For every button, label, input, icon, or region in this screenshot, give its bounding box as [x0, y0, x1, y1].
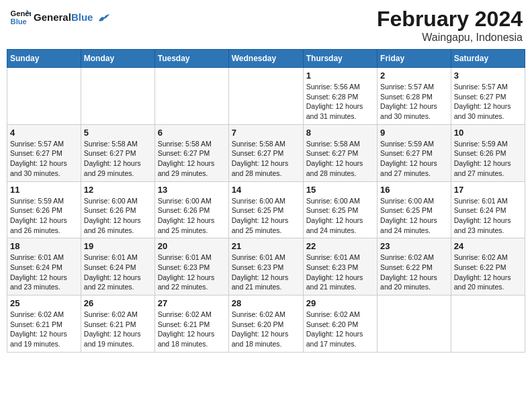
day-info: Sunrise: 6:00 AM Sunset: 6:26 PM Dayligh…: [158, 196, 226, 236]
calendar-cell: 16Sunrise: 6:00 AM Sunset: 6:25 PM Dayli…: [378, 181, 451, 238]
calendar-cell: 29Sunrise: 6:02 AM Sunset: 6:20 PM Dayli…: [303, 295, 377, 353]
day-info: Sunrise: 5:57 AM Sunset: 6:27 PM Dayligh…: [10, 139, 78, 179]
day-info: Sunrise: 6:00 AM Sunset: 6:26 PM Dayligh…: [84, 196, 152, 236]
day-number: 11: [10, 185, 78, 195]
day-info: Sunrise: 5:57 AM Sunset: 6:27 PM Dayligh…: [454, 82, 522, 122]
day-number: 28: [232, 298, 300, 308]
calendar-cell: [154, 68, 228, 125]
calendar-cell: 15Sunrise: 6:00 AM Sunset: 6:25 PM Dayli…: [303, 181, 377, 238]
day-info: Sunrise: 6:01 AM Sunset: 6:24 PM Dayligh…: [84, 253, 152, 292]
calendar-day-header: Monday: [81, 50, 154, 68]
day-number: 12: [84, 185, 152, 195]
day-info: Sunrise: 5:59 AM Sunset: 6:26 PM Dayligh…: [454, 139, 522, 179]
calendar-cell: 2Sunrise: 5:57 AM Sunset: 6:28 PM Daylig…: [378, 68, 451, 125]
calendar-cell: 17Sunrise: 6:01 AM Sunset: 6:24 PM Dayli…: [451, 181, 525, 238]
calendar-cell: [228, 68, 303, 125]
calendar-cell: 13Sunrise: 6:00 AM Sunset: 6:26 PM Dayli…: [154, 181, 228, 238]
day-info: Sunrise: 5:59 AM Sunset: 6:27 PM Dayligh…: [380, 139, 448, 179]
calendar-cell: 5Sunrise: 5:58 AM Sunset: 6:27 PM Daylig…: [81, 124, 154, 181]
calendar-cell: 8Sunrise: 5:58 AM Sunset: 6:27 PM Daylig…: [303, 124, 377, 181]
calendar-day-header: Wednesday: [228, 50, 303, 68]
day-number: 26: [84, 298, 152, 308]
day-info: Sunrise: 6:00 AM Sunset: 6:25 PM Dayligh…: [306, 196, 374, 236]
day-number: 16: [380, 185, 448, 195]
day-info: Sunrise: 6:02 AM Sunset: 6:22 PM Dayligh…: [380, 253, 448, 292]
day-info: Sunrise: 5:59 AM Sunset: 6:26 PM Dayligh…: [10, 196, 78, 236]
day-info: Sunrise: 6:00 AM Sunset: 6:25 PM Dayligh…: [232, 196, 300, 236]
day-info: Sunrise: 5:58 AM Sunset: 6:27 PM Dayligh…: [84, 139, 152, 179]
main-title: February 2024: [377, 7, 523, 32]
page-header: General Blue GeneralBlue February 2024 W…: [7, 7, 525, 44]
calendar-cell: 22Sunrise: 6:01 AM Sunset: 6:23 PM Dayli…: [303, 238, 377, 295]
day-number: 17: [454, 185, 522, 195]
day-number: 25: [10, 298, 78, 308]
day-number: 21: [232, 241, 300, 251]
calendar-cell: 9Sunrise: 5:59 AM Sunset: 6:27 PM Daylig…: [378, 124, 451, 181]
day-number: 15: [306, 185, 374, 195]
calendar-cell: 27Sunrise: 6:02 AM Sunset: 6:21 PM Dayli…: [154, 295, 228, 353]
calendar-cell: 1Sunrise: 5:56 AM Sunset: 6:28 PM Daylig…: [303, 68, 377, 125]
calendar-cell: 28Sunrise: 6:02 AM Sunset: 6:20 PM Dayli…: [228, 295, 303, 353]
day-number: 19: [84, 241, 152, 251]
subtitle: Waingapu, Indonesia: [377, 32, 523, 44]
calendar-cell: 10Sunrise: 5:59 AM Sunset: 6:26 PM Dayli…: [451, 124, 525, 181]
day-number: 24: [454, 241, 522, 251]
day-number: 5: [84, 128, 152, 138]
calendar-cell: 11Sunrise: 5:59 AM Sunset: 6:26 PM Dayli…: [7, 181, 81, 238]
calendar-cell: 14Sunrise: 6:00 AM Sunset: 6:25 PM Dayli…: [228, 181, 303, 238]
calendar-cell: [451, 295, 525, 353]
calendar-cell: 19Sunrise: 6:01 AM Sunset: 6:24 PM Dayli…: [81, 238, 154, 295]
calendar-cell: 12Sunrise: 6:00 AM Sunset: 6:26 PM Dayli…: [81, 181, 154, 238]
calendar-day-header: Friday: [378, 50, 451, 68]
day-info: Sunrise: 5:58 AM Sunset: 6:27 PM Dayligh…: [158, 139, 226, 179]
calendar-day-header: Sunday: [7, 50, 81, 68]
calendar-cell: 18Sunrise: 6:01 AM Sunset: 6:24 PM Dayli…: [7, 238, 81, 295]
day-info: Sunrise: 6:02 AM Sunset: 6:21 PM Dayligh…: [158, 310, 226, 349]
calendar-cell: 23Sunrise: 6:02 AM Sunset: 6:22 PM Dayli…: [378, 238, 451, 295]
calendar-day-header: Saturday: [451, 50, 525, 68]
day-number: 18: [10, 241, 78, 251]
calendar-cell: [7, 68, 81, 125]
day-info: Sunrise: 6:01 AM Sunset: 6:24 PM Dayligh…: [10, 253, 78, 292]
day-number: 10: [454, 128, 522, 138]
day-info: Sunrise: 5:58 AM Sunset: 6:27 PM Dayligh…: [232, 139, 300, 179]
day-number: 14: [232, 185, 300, 195]
day-number: 9: [380, 128, 448, 138]
day-number: 1: [306, 71, 374, 81]
day-info: Sunrise: 5:58 AM Sunset: 6:27 PM Dayligh…: [306, 139, 374, 179]
day-info: Sunrise: 6:02 AM Sunset: 6:21 PM Dayligh…: [84, 310, 152, 349]
day-number: 23: [380, 241, 448, 251]
day-info: Sunrise: 6:01 AM Sunset: 6:24 PM Dayligh…: [454, 196, 522, 236]
logo-bird-icon: [97, 14, 109, 24]
calendar-day-header: Thursday: [303, 50, 377, 68]
day-number: 6: [158, 128, 226, 138]
logo: General Blue GeneralBlue: [9, 7, 109, 28]
day-info: Sunrise: 6:00 AM Sunset: 6:25 PM Dayligh…: [380, 196, 448, 236]
calendar-cell: [81, 68, 154, 125]
day-number: 3: [454, 71, 522, 81]
calendar-cell: 4Sunrise: 5:57 AM Sunset: 6:27 PM Daylig…: [7, 124, 81, 181]
day-info: Sunrise: 6:01 AM Sunset: 6:23 PM Dayligh…: [306, 253, 374, 292]
day-info: Sunrise: 6:02 AM Sunset: 6:22 PM Dayligh…: [454, 253, 522, 292]
calendar-cell: 21Sunrise: 6:01 AM Sunset: 6:23 PM Dayli…: [228, 238, 303, 295]
svg-text:Blue: Blue: [11, 17, 27, 26]
day-info: Sunrise: 5:57 AM Sunset: 6:28 PM Dayligh…: [380, 82, 448, 122]
calendar-cell: 25Sunrise: 6:02 AM Sunset: 6:21 PM Dayli…: [7, 295, 81, 353]
day-info: Sunrise: 6:02 AM Sunset: 6:20 PM Dayligh…: [232, 310, 300, 349]
day-info: Sunrise: 6:01 AM Sunset: 6:23 PM Dayligh…: [232, 253, 300, 292]
calendar-cell: 24Sunrise: 6:02 AM Sunset: 6:22 PM Dayli…: [451, 238, 525, 295]
day-number: 13: [158, 185, 226, 195]
day-number: 7: [232, 128, 300, 138]
calendar-day-header: Tuesday: [154, 50, 228, 68]
title-block: February 2024 Waingapu, Indonesia: [377, 7, 523, 44]
day-number: 4: [10, 128, 78, 138]
svg-text:General: General: [11, 9, 31, 17]
day-number: 2: [380, 71, 448, 81]
day-info: Sunrise: 6:01 AM Sunset: 6:23 PM Dayligh…: [158, 253, 226, 292]
logo-text: GeneralBlue: [34, 11, 109, 23]
day-info: Sunrise: 5:56 AM Sunset: 6:28 PM Dayligh…: [306, 82, 374, 122]
day-info: Sunrise: 6:02 AM Sunset: 6:20 PM Dayligh…: [306, 310, 374, 349]
calendar-cell: [378, 295, 451, 353]
day-number: 27: [158, 298, 226, 308]
calendar-cell: 20Sunrise: 6:01 AM Sunset: 6:23 PM Dayli…: [154, 238, 228, 295]
